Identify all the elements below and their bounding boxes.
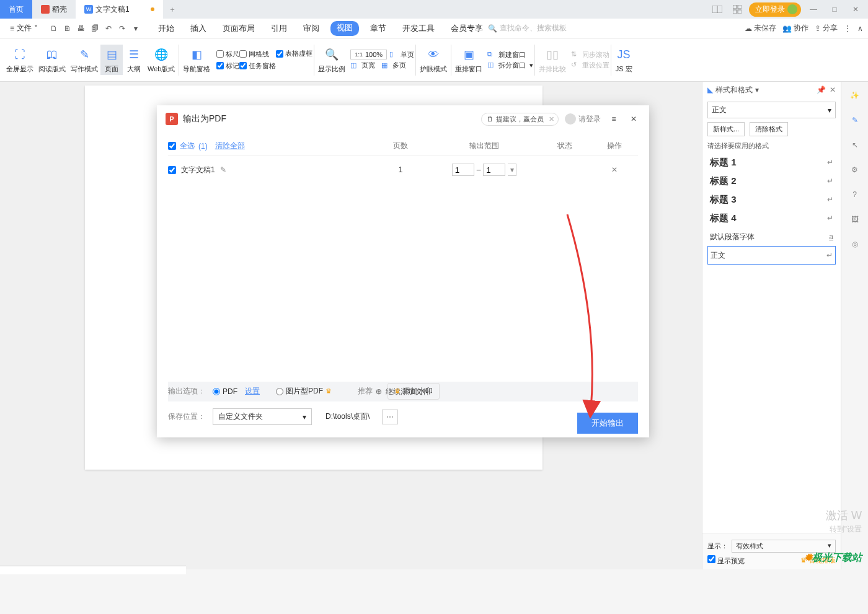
chevron-down-icon: ▾ <box>828 106 831 115</box>
display-filter-select[interactable]: 有效样式▾ <box>732 540 836 553</box>
hamburger-icon: ≡ <box>10 24 14 33</box>
mark-checkbox[interactable]: 标记 <box>216 61 239 71</box>
range-from-input[interactable] <box>452 164 474 176</box>
style-default-font[interactable]: 默认段落字体a <box>707 227 836 246</box>
qat-redo-icon[interactable]: ↷ <box>116 22 128 35</box>
clear-all-link[interactable]: 清除全部 <box>215 141 245 151</box>
collab-button[interactable]: 👥协作 <box>782 23 808 33</box>
zoom-value[interactable]: 1:1100% <box>350 50 387 59</box>
new-style-button[interactable]: 新样式... <box>707 122 745 136</box>
dialog-menu-icon[interactable]: ≡ <box>607 112 621 126</box>
qat-undo-icon[interactable]: ↶ <box>102 22 115 35</box>
compare-button[interactable]: ▯▯并排比较 <box>536 45 569 75</box>
pdf-icon: P <box>166 113 178 125</box>
rail-help-icon[interactable]: ? <box>848 187 862 202</box>
menu-section[interactable]: 章节 <box>365 21 391 36</box>
rail-more-icon[interactable]: ◎ <box>848 237 862 252</box>
more-icon[interactable]: ⋮ <box>844 24 851 33</box>
show-preview-checkbox[interactable]: 显示预览 <box>707 555 745 566</box>
menu-reference[interactable]: 引用 <box>266 21 292 36</box>
file-checkbox[interactable] <box>168 166 176 174</box>
dialog-close-icon[interactable]: ✕ <box>627 112 640 126</box>
fullscreen-button[interactable]: ⛶全屏显示 <box>4 45 36 75</box>
login-button[interactable]: 立即登录 <box>749 2 801 17</box>
zoom-button[interactable]: 🔍显示比例 <box>316 45 348 75</box>
add-watermark-button[interactable]: ♛添加水印 <box>388 383 440 400</box>
apps-icon[interactable] <box>729 1 745 17</box>
nav-pane-button[interactable]: ◧导航窗格 <box>180 45 213 75</box>
new-tab-button[interactable]: ＋ <box>163 0 182 19</box>
rail-styles-icon[interactable]: ✎ <box>848 113 862 128</box>
tab-docker[interactable]: 稻壳 <box>32 0 76 19</box>
close-suggestion-icon[interactable]: ✕ <box>549 115 554 123</box>
rail-ai-icon[interactable]: ✨ <box>848 88 862 103</box>
style-heading-3[interactable]: 标题 3↵ <box>707 190 836 209</box>
minimize-button[interactable]: — <box>805 1 822 18</box>
select-all-checkbox[interactable] <box>168 142 176 150</box>
style-heading-4[interactable]: 标题 4↵ <box>707 209 836 227</box>
outline-button[interactable]: ☰大纲 <box>123 45 145 75</box>
menu-layout[interactable]: 页面布局 <box>218 21 260 36</box>
menu-review[interactable]: 审阅 <box>298 21 324 36</box>
collapse-ribbon-icon[interactable]: ∧ <box>857 24 863 33</box>
qat-preview-icon[interactable]: 🗐 <box>89 22 101 35</box>
maximize-button[interactable]: □ <box>826 1 843 18</box>
chevron-down-icon[interactable]: ▾ <box>755 86 759 94</box>
page-layout-button[interactable]: ▤页面 <box>100 45 123 75</box>
ruler-checkbox[interactable]: 标尺 <box>216 50 239 59</box>
radio-pdf[interactable]: PDF <box>213 387 237 396</box>
eye-care-button[interactable]: 👁护眼模式 <box>417 45 450 75</box>
style-body[interactable]: 正文↵ <box>707 246 836 265</box>
settings-link[interactable]: 设置 <box>245 386 260 397</box>
clear-format-button[interactable]: 清除格式 <box>750 122 788 136</box>
range-spinner[interactable]: ▾ <box>508 164 516 176</box>
js-macro-button[interactable]: JSJS 宏 <box>613 45 635 75</box>
write-mode-button[interactable]: ✎写作模式 <box>68 45 100 75</box>
menu-vip[interactable]: 会员专享 <box>446 21 488 36</box>
new-window-button[interactable]: ⧉新建窗口 <box>487 50 533 59</box>
tab-document[interactable]: W 文字文稿1 <box>76 0 163 19</box>
page-width-icon: ◫ <box>350 61 359 70</box>
rail-settings-icon[interactable]: ⚙ <box>848 162 862 177</box>
radio-image-pdf[interactable]: 图片型PDF♛ <box>276 386 332 397</box>
share-button[interactable]: ⇪分享 <box>815 23 838 33</box>
menu-devtools[interactable]: 开发工具 <box>397 21 440 36</box>
qat-save-icon[interactable]: 🗋 <box>48 22 60 35</box>
start-export-button[interactable]: 开始输出 <box>577 413 638 434</box>
command-search[interactable]: 🔍 查找命令、搜索模板 <box>488 23 567 33</box>
menu-insert[interactable]: 插入 <box>185 21 211 36</box>
current-style-select[interactable]: 正文▾ <box>707 102 836 118</box>
qat-dropdown-icon[interactable]: ▾ <box>130 22 142 35</box>
pin-icon[interactable]: 📌 <box>817 86 826 94</box>
tab-home[interactable]: 首页 <box>0 0 32 19</box>
suggestion-pill[interactable]: 🗒 提建议，赢会员 ✕ <box>481 113 559 126</box>
unsaved-indicator[interactable]: ☁未保存 <box>745 23 776 33</box>
rail-select-icon[interactable]: ↖ <box>848 138 862 152</box>
table-vframe-checkbox[interactable]: 表格虚框 <box>276 49 312 58</box>
remove-file-icon[interactable]: ✕ <box>611 165 618 174</box>
web-layout-button[interactable]: 🌐Web版式 <box>145 45 177 75</box>
qat-open-icon[interactable]: 🗎 <box>61 22 74 35</box>
close-button[interactable]: ✕ <box>847 1 864 18</box>
style-heading-2[interactable]: 标题 2↵ <box>707 172 836 190</box>
menu-start[interactable]: 开始 <box>153 21 179 36</box>
read-layout-button[interactable]: 🕮阅读版式 <box>36 45 68 75</box>
split-window-button[interactable]: ◫拆分窗口▾ <box>487 61 533 70</box>
edit-icon[interactable]: ✎ <box>220 165 226 174</box>
rail-gallery-icon[interactable]: 🖼 <box>848 212 862 227</box>
menu-view[interactable]: 视图 <box>330 21 359 36</box>
layout-icon[interactable] <box>709 1 725 17</box>
goto-watermark: 转到"设置 <box>830 524 862 535</box>
gridlines-checkbox[interactable]: 网格线 <box>239 50 276 59</box>
file-menu[interactable]: ≡ 文件 ˅ <box>5 22 43 35</box>
save-location-select[interactable]: 自定义文件夹▾ <box>213 408 312 425</box>
range-to-input[interactable] <box>483 164 505 176</box>
svg-rect-4 <box>733 10 737 14</box>
dialog-login[interactable]: 请登录 <box>565 113 601 125</box>
browse-path-button[interactable]: ⋯ <box>382 410 398 424</box>
taskpane-checkbox[interactable]: 任务窗格 <box>239 61 276 71</box>
close-panel-icon[interactable]: ✕ <box>830 86 836 94</box>
qat-print-icon[interactable]: 🖶 <box>75 22 87 35</box>
arrange-windows-button[interactable]: ▣重排窗口 <box>453 45 485 75</box>
style-heading-1[interactable]: 标题 1↵ <box>707 153 836 172</box>
